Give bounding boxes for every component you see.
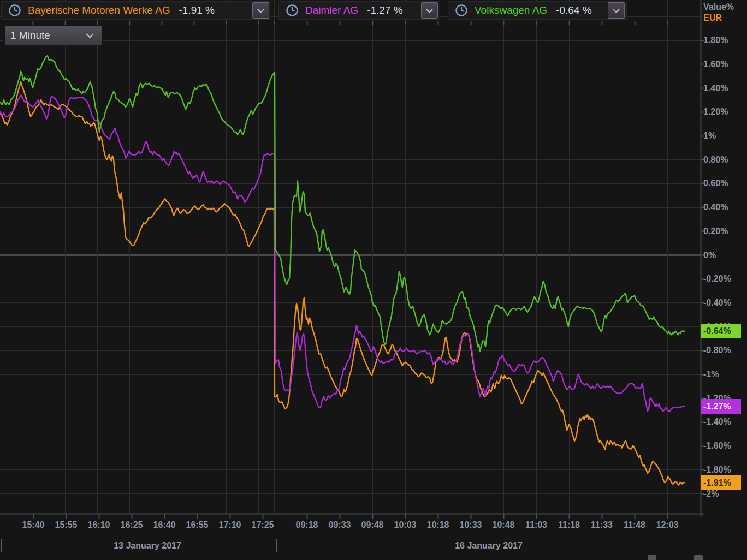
value-axis-label: -1.40% — [703, 416, 731, 427]
value-axis-label: 1.80% — [703, 35, 728, 45]
value-axis-currency: EUR — [703, 13, 734, 23]
time-axis-label: 15:55 — [55, 520, 78, 530]
chevron-down-icon — [425, 4, 434, 16]
scrollbar-marker-left[interactable] — [648, 555, 656, 560]
time-axis-label: 10:48 — [493, 520, 515, 530]
time-axis-label: 10:03 — [394, 520, 417, 530]
series-line-vw — [0, 56, 684, 352]
time-axis-label: 17:25 — [252, 520, 274, 530]
time-axis-label: 16:25 — [121, 520, 143, 530]
instrument-tab-daimler[interactable]: Daimler AG-1.27 % — [278, 1, 440, 20]
date-label: 16 January 2017 — [455, 541, 523, 551]
time-axis-label: 16:40 — [153, 520, 176, 530]
value-axis-label: 1% — [703, 130, 716, 141]
session-separator — [276, 539, 277, 552]
time-axis-label: 11:03 — [525, 520, 547, 530]
instrument-change: -1.27 % — [367, 4, 402, 16]
instrument-name: Bayerische Motoren Werke AG — [28, 4, 170, 16]
last-value-badge-vw: -0.64% — [701, 324, 741, 338]
instrument-tab-vw[interactable]: Volkswagen AG-0.64 % — [448, 1, 627, 20]
value-axis-label: -0.80% — [703, 345, 731, 355]
chevron-down-icon — [85, 29, 94, 41]
clock-icon — [286, 4, 299, 17]
scrollbar-marker-right[interactable] — [694, 555, 703, 560]
value-axis-label: -0.40% — [703, 297, 731, 308]
clock-icon — [455, 4, 468, 17]
instrument-dropdown-button[interactable] — [252, 2, 269, 19]
clock-icon — [8, 4, 21, 17]
time-axis-label: 16:10 — [88, 520, 110, 530]
instrument-tab-bmw[interactable]: Bayerische Motoren Werke AG-1.91 % — [1, 1, 271, 20]
time-axis-label: 11:18 — [558, 520, 580, 530]
value-axis-label: -1% — [703, 369, 719, 379]
date-label: 13 January 2017 — [114, 541, 181, 551]
last-value-badge-daimler: -1.27% — [701, 399, 741, 414]
value-axis-label: 0% — [703, 250, 716, 260]
value-axis-label: 1.60% — [703, 59, 728, 69]
time-axis-label: 10:18 — [427, 520, 449, 530]
value-axis-label: 0.20% — [703, 226, 728, 236]
value-axis-label: 0.60% — [703, 178, 728, 188]
instrument-dropdown-button[interactable] — [421, 2, 438, 19]
value-axis-label: 0.40% — [703, 202, 728, 212]
time-axis-label: 09:33 — [329, 520, 351, 530]
value-axis-label: -1.80% — [703, 464, 731, 475]
time-axis-label: 16:55 — [186, 520, 209, 530]
session-separator — [1, 539, 2, 552]
time-axis-label: 09:18 — [296, 520, 318, 530]
time-axis-label: 11:48 — [624, 520, 645, 530]
chevron-down-icon — [257, 4, 265, 16]
chart-window: Bayerische Motoren Werke AG-1.91 %Daimle… — [0, 0, 747, 560]
interval-dropdown[interactable]: 1 Minute — [4, 25, 103, 45]
instrument-dropdown-button[interactable] — [608, 2, 625, 19]
value-axis-label: 1.40% — [703, 83, 728, 93]
value-axis-label: -1.60% — [703, 440, 731, 451]
instrument-change: -0.64 % — [556, 4, 591, 16]
value-axis-title: Value% EUR — [703, 2, 734, 23]
instrument-name: Daimler AG — [305, 4, 358, 16]
time-axis-label: 10:33 — [460, 520, 482, 530]
value-axis-label: 0.80% — [703, 154, 728, 165]
value-axis-label: -0.20% — [703, 273, 731, 284]
chart-canvas[interactable] — [0, 0, 747, 560]
time-axis-label: 11:33 — [591, 520, 613, 530]
time-axis-label: 15:40 — [22, 520, 45, 530]
time-axis-label: 09:48 — [361, 520, 384, 530]
time-axis-label: 12:03 — [656, 520, 679, 530]
chevron-down-icon — [612, 4, 620, 16]
interval-label: 1 Minute — [10, 29, 50, 41]
instrument-change: -1.91 % — [179, 4, 214, 16]
last-value-badge-bmw: -1.91% — [701, 475, 741, 490]
value-axis-label: 1.20% — [703, 106, 728, 117]
value-axis-title-line1: Value% — [703, 2, 734, 13]
instrument-name: Volkswagen AG — [475, 4, 547, 16]
time-axis-label: 17:10 — [219, 520, 241, 530]
